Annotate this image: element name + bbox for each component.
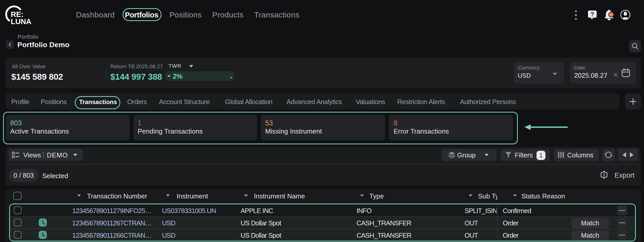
svg-text:?: ?	[591, 11, 594, 18]
svg-text:LUNA: LUNA	[11, 17, 31, 25]
